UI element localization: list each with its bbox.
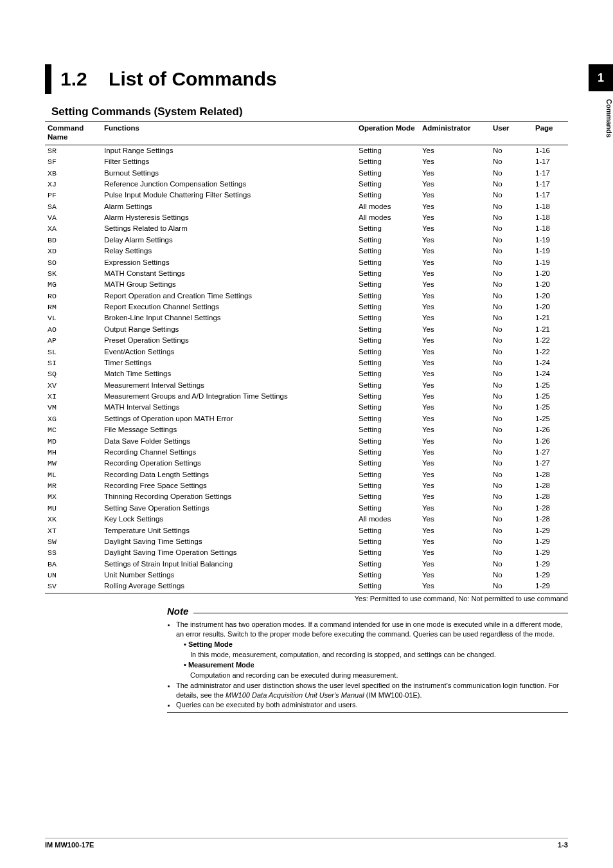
cell-cmd: SO [45,257,102,267]
cell-admin: Yes [420,145,490,156]
cell-cmd: SA [45,201,102,212]
cell-page: 1-18 [533,212,568,223]
cell-user: No [490,268,533,279]
table-row: XGSettings of Operation upon MATH ErrorS… [45,413,568,424]
cell-user: No [490,167,533,178]
section-title-row: 1.2 List of Commands [45,64,568,94]
cell-admin: Yes [420,312,490,323]
note-item-2: The administrator and user distinction s… [176,681,568,700]
cell-func: File Message Settings [102,424,356,435]
cell-user: No [490,302,533,312]
cell-cmd: RM [45,302,102,312]
cell-opmode: All modes [356,514,420,525]
cell-cmd: XD [45,246,102,257]
cell-admin: Yes [420,167,490,178]
cell-admin: Yes [420,212,490,223]
cell-user: No [490,290,533,301]
note-item-2-post: (IM MW100-01E). [364,691,422,699]
cell-cmd: MC [45,424,102,435]
page-footer: IM MW100-17E 1-3 [45,838,568,849]
cell-cmd: XB [45,167,102,178]
cell-cmd: XJ [45,179,102,190]
cell-admin: Yes [420,279,490,290]
table-row: SQMatch Time SettingsSettingYesNo1-24 [45,368,568,379]
table-header-row: Command Name Functions Operation Mode Ad… [45,122,568,145]
cell-page: 1-26 [533,424,568,435]
cell-cmd: MR [45,480,102,491]
cell-page: 1-17 [533,167,568,178]
footer-right: 1-3 [558,841,568,849]
cell-admin: Yes [420,335,490,346]
cell-user: No [490,246,533,257]
cell-cmd: ML [45,469,102,480]
cell-admin: Yes [420,570,490,581]
cell-opmode: Setting [356,290,420,301]
cell-cmd: SI [45,357,102,368]
cell-page: 1-21 [533,324,568,335]
th-page: Page [533,122,568,145]
cell-admin: Yes [420,268,490,279]
cell-opmode: Setting [356,435,420,446]
cell-cmd: XV [45,379,102,390]
cell-opmode: Setting [356,335,420,346]
cell-func: Recording Operation Settings [102,458,356,469]
cell-opmode: Setting [356,145,420,156]
table-row: VLBroken-Line Input Channel SettingsSett… [45,312,568,323]
th-command: Command Name [45,122,102,145]
cell-user: No [490,536,533,547]
cell-user: No [490,435,533,446]
cell-user: No [490,156,533,167]
note-item-1-text: The instrument has two operation modes. … [176,620,562,638]
th-functions: Functions [102,122,356,145]
table-row: SOExpression SettingsSettingYesNo1-19 [45,257,568,267]
cell-user: No [490,413,533,424]
cell-func: Timer Settings [102,357,356,368]
cell-cmd: PF [45,190,102,201]
cell-cmd: SR [45,145,102,156]
cell-func: Data Save Folder Settings [102,435,356,446]
cell-func: Settings of Operation upon MATH Error [102,413,356,424]
footer-left: IM MW100-17E [45,841,94,849]
cell-func: Pulse Input Module Chattering Filter Set… [102,190,356,201]
cell-page: 1-25 [533,379,568,390]
cell-page: 1-28 [533,480,568,491]
cell-admin: Yes [420,179,490,190]
table-row: XDRelay SettingsSettingYesNo1-19 [45,246,568,257]
cell-func: Alarm Settings [102,201,356,212]
cell-func: Key Lock Settings [102,514,356,525]
cell-cmd: XI [45,391,102,402]
table-row: MHRecording Channel SettingsSettingYesNo… [45,447,568,458]
table-row: SLEvent/Action SettingsSettingYesNo1-22 [45,346,568,357]
cell-func: Broken-Line Input Channel Settings [102,312,356,323]
cell-admin: Yes [420,547,490,558]
cell-func: Settings of Strain Input Initial Balanci… [102,558,356,569]
cell-page: 1-16 [533,145,568,156]
cell-opmode: Setting [356,223,420,234]
cell-opmode: Setting [356,525,420,536]
cell-page: 1-28 [533,469,568,480]
cell-page: 1-29 [533,570,568,581]
cell-page: 1-28 [533,503,568,514]
table-row: BASettings of Strain Input Initial Balan… [45,558,568,569]
note-item-3: Queries can be executed by both administ… [176,700,568,710]
cell-user: No [490,447,533,458]
cell-user: No [490,547,533,558]
cell-func: Event/Action Settings [102,346,356,357]
cell-cmd: XG [45,413,102,424]
table-row: SAAlarm SettingsAll modesYesNo1-18 [45,201,568,212]
cell-page: 1-17 [533,190,568,201]
cell-user: No [490,335,533,346]
cell-user: No [490,480,533,491]
cell-opmode: Setting [356,279,420,290]
cell-cmd: SK [45,268,102,279]
table-row: SFFilter SettingsSettingYesNo1-17 [45,156,568,167]
cell-page: 1-26 [533,435,568,446]
table-row: XKKey Lock SettingsAll modesYesNo1-28 [45,514,568,525]
cell-admin: Yes [420,246,490,257]
cell-opmode: Setting [356,558,420,569]
cell-admin: Yes [420,447,490,458]
cell-user: No [490,514,533,525]
cell-opmode: Setting [356,167,420,178]
cell-opmode: Setting [356,179,420,190]
cell-user: No [490,312,533,323]
